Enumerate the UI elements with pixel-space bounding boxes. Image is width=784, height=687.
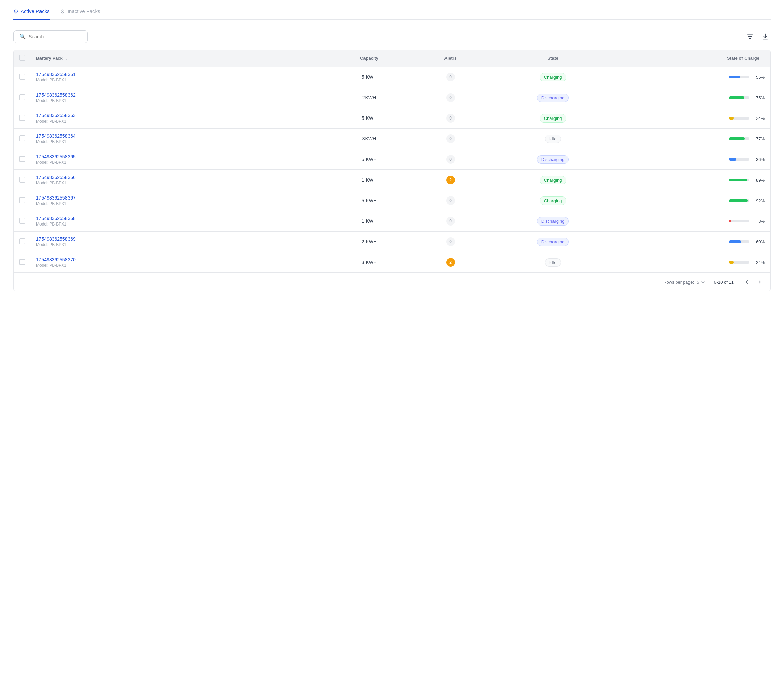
row-soc: 92% bbox=[619, 191, 770, 211]
row-checkbox-cell bbox=[14, 252, 31, 273]
download-button[interactable] bbox=[760, 32, 771, 42]
pack-id[interactable]: 175498362558364 bbox=[36, 133, 318, 139]
row-checkbox[interactable] bbox=[19, 156, 25, 162]
pack-model: Model: PB-BPX1 bbox=[36, 98, 67, 103]
progress-fill bbox=[729, 179, 747, 181]
progress-bar bbox=[729, 137, 749, 140]
search-input[interactable] bbox=[29, 34, 82, 39]
progress-bar bbox=[729, 261, 749, 264]
soc-percent: 24% bbox=[753, 116, 765, 121]
progress-bar bbox=[729, 96, 749, 99]
soc-cell: 24% bbox=[625, 116, 765, 121]
header-soc[interactable]: State of Charge bbox=[619, 50, 770, 67]
progress-fill bbox=[729, 158, 736, 161]
alert-badge: 0 bbox=[446, 155, 455, 164]
row-capacity: 3KWH bbox=[324, 129, 415, 149]
row-battery-pack: 175498362558366 Model: PB-BPX1 bbox=[31, 170, 324, 191]
pack-id[interactable]: 175498362558362 bbox=[36, 92, 318, 97]
prev-page-button[interactable] bbox=[742, 278, 752, 286]
tab-inactive-packs[interactable]: ⊘ Inactive Packs bbox=[61, 8, 100, 20]
progress-fill bbox=[729, 117, 734, 120]
row-battery-pack: 175498362558362 Model: PB-BPX1 bbox=[31, 87, 324, 108]
toolbar: 🔍 bbox=[13, 30, 771, 43]
pack-id[interactable]: 175498362558366 bbox=[36, 174, 318, 180]
soc-percent: 24% bbox=[753, 260, 765, 265]
select-all-checkbox[interactable] bbox=[19, 55, 25, 61]
row-alerts: 0 bbox=[415, 67, 487, 87]
row-checkbox[interactable] bbox=[19, 238, 25, 245]
row-alerts: 0 bbox=[415, 211, 487, 232]
header-alerts[interactable]: Aletrs bbox=[415, 50, 487, 67]
pack-id[interactable]: 175498362558370 bbox=[36, 257, 318, 262]
rows-per-page-label: Rows per page: bbox=[663, 279, 694, 284]
active-packs-icon: ⊙ bbox=[13, 8, 18, 15]
pack-id[interactable]: 175498362558365 bbox=[36, 154, 318, 159]
row-state: Charging bbox=[487, 170, 619, 191]
row-state: Idle bbox=[487, 252, 619, 273]
header-checkbox-cell bbox=[14, 50, 31, 67]
tabs-container: ⊙ Active Packs ⊘ Inactive Packs bbox=[13, 8, 771, 20]
row-state: Idle bbox=[487, 129, 619, 149]
row-checkbox[interactable] bbox=[19, 135, 25, 141]
pack-id[interactable]: 175498362558369 bbox=[36, 236, 318, 242]
row-state: Discharging bbox=[487, 87, 619, 108]
pack-id[interactable]: 175498362558361 bbox=[36, 72, 318, 77]
header-battery-pack[interactable]: Battery Pack ↓ bbox=[31, 50, 324, 67]
alert-badge: 0 bbox=[446, 217, 455, 225]
soc-cell: 24% bbox=[625, 260, 765, 265]
header-capacity[interactable]: Capacity bbox=[324, 50, 415, 67]
tab-active-packs[interactable]: ⊙ Active Packs bbox=[13, 8, 49, 20]
rows-per-page-value: 5 bbox=[697, 279, 699, 284]
table-header-row: Battery Pack ↓ Capacity Aletrs State Sta… bbox=[14, 50, 770, 67]
row-alerts: 2 bbox=[415, 252, 487, 273]
row-checkbox[interactable] bbox=[19, 115, 25, 121]
row-checkbox[interactable] bbox=[19, 74, 25, 80]
row-checkbox-cell bbox=[14, 232, 31, 252]
row-state: Charging bbox=[487, 67, 619, 87]
filter-button[interactable] bbox=[745, 32, 755, 42]
pack-id[interactable]: 175498362558363 bbox=[36, 113, 318, 118]
page-navigation bbox=[742, 278, 765, 286]
row-capacity: 3 KWH bbox=[324, 252, 415, 273]
pack-model: Model: PB-BPX1 bbox=[36, 78, 67, 82]
pack-id[interactable]: 175498362558367 bbox=[36, 195, 318, 201]
row-soc: 60% bbox=[619, 232, 770, 252]
row-capacity: 2 KWH bbox=[324, 232, 415, 252]
progress-bar bbox=[729, 179, 749, 181]
row-capacity: 5 KWH bbox=[324, 108, 415, 129]
rows-per-page-select[interactable]: 5 bbox=[697, 279, 706, 284]
table-row: 175498362558364 Model: PB-BPX1 3KWH 0 Id… bbox=[14, 129, 770, 149]
row-alerts: 2 bbox=[415, 170, 487, 191]
alert-badge: 0 bbox=[446, 93, 455, 102]
battery-pack-table: Battery Pack ↓ Capacity Aletrs State Sta… bbox=[13, 49, 771, 291]
row-checkbox[interactable] bbox=[19, 218, 25, 224]
soc-percent: 36% bbox=[753, 157, 765, 162]
table-row: 175498362558369 Model: PB-BPX1 2 KWH 0 D… bbox=[14, 232, 770, 252]
soc-percent: 77% bbox=[753, 136, 765, 141]
table-row: 175498362558362 Model: PB-BPX1 2KWH 0 Di… bbox=[14, 87, 770, 108]
row-alerts: 0 bbox=[415, 129, 487, 149]
row-battery-pack: 175498362558365 Model: PB-BPX1 bbox=[31, 149, 324, 170]
row-checkbox-cell bbox=[14, 129, 31, 149]
soc-percent: 60% bbox=[753, 239, 765, 245]
soc-cell: 36% bbox=[625, 157, 765, 162]
row-soc: 8% bbox=[619, 211, 770, 232]
alert-badge: 0 bbox=[446, 237, 455, 246]
pack-id[interactable]: 175498362558368 bbox=[36, 216, 318, 221]
row-battery-pack: 175498362558369 Model: PB-BPX1 bbox=[31, 232, 324, 252]
row-checkbox[interactable] bbox=[19, 94, 25, 100]
progress-bar bbox=[729, 158, 749, 161]
row-checkbox-cell bbox=[14, 108, 31, 129]
header-state[interactable]: State bbox=[487, 50, 619, 67]
row-checkbox[interactable] bbox=[19, 177, 25, 182]
row-checkbox[interactable] bbox=[19, 197, 25, 203]
soc-cell: 8% bbox=[625, 219, 765, 224]
toolbar-actions bbox=[745, 32, 771, 42]
alert-badge: 0 bbox=[446, 134, 455, 143]
row-state: Charging bbox=[487, 108, 619, 129]
next-page-button[interactable] bbox=[754, 278, 765, 286]
row-battery-pack: 175498362558370 Model: PB-BPX1 bbox=[31, 252, 324, 273]
pagination: Rows per page: 5 6-10 of 11 bbox=[14, 273, 770, 291]
row-checkbox[interactable] bbox=[19, 259, 25, 265]
page-info: 6-10 of 11 bbox=[714, 279, 734, 284]
